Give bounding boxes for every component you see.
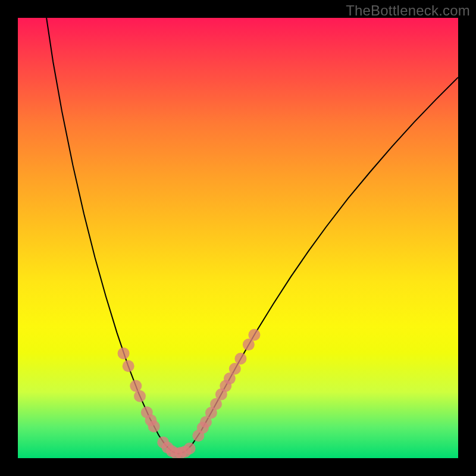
plot-area [18, 18, 458, 458]
highlight-markers-group [118, 329, 261, 458]
data-marker [248, 329, 260, 341]
bottleneck-curve [46, 18, 458, 454]
chart-svg [18, 18, 458, 458]
chart-frame: TheBottleneck.com [0, 0, 476, 476]
data-marker [134, 390, 146, 402]
data-marker [148, 421, 160, 433]
data-marker [234, 353, 246, 365]
data-marker [123, 360, 134, 372]
data-marker [130, 380, 142, 392]
data-marker [118, 347, 130, 359]
data-marker [229, 363, 241, 375]
data-marker [184, 443, 196, 455]
watermark-text: TheBottleneck.com [346, 2, 470, 19]
